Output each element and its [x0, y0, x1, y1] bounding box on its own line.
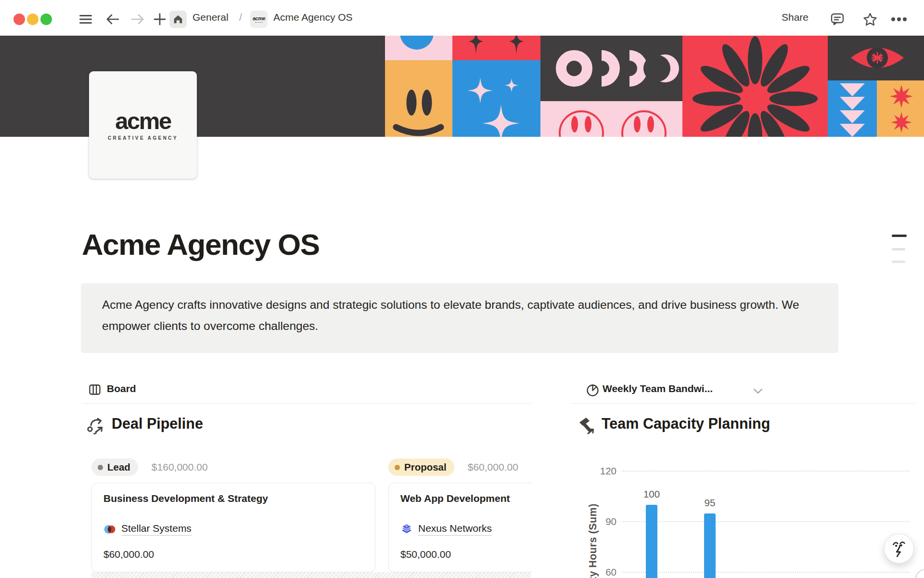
logo-subtext: CREATIVE AGENCY: [108, 135, 178, 141]
chart-bar-value-label: 95: [692, 497, 728, 509]
section-divider: [82, 403, 532, 404]
table-of-contents-indicator[interactable]: [892, 235, 911, 263]
card-amount: $60,000.00: [103, 549, 154, 560]
back-icon[interactable]: [104, 11, 121, 28]
notion-window: General / acme Acme Agency OS Share: [0, 0, 924, 578]
column-sum: $160,000.00: [152, 461, 208, 473]
card-title: Business Development & Strategy: [103, 493, 268, 504]
deal-pipeline-section: Board Deal Pipeline Lead $16: [82, 376, 532, 578]
team-capacity-heading: Team Capacity Planning: [602, 415, 770, 432]
status-dot: [395, 465, 400, 470]
breadcrumb-page[interactable]: Acme Agency OS: [273, 12, 353, 23]
chart-y-tick-label: 60: [580, 566, 616, 578]
close-window-button[interactable]: [13, 13, 25, 25]
minimize-window-button[interactable]: [27, 13, 38, 25]
status-dot: [98, 465, 103, 470]
status-badge-lead[interactable]: Lead: [91, 459, 138, 476]
breadcrumb-page-icon[interactable]: acme: [250, 11, 268, 28]
company-link[interactable]: Nexus Networks: [418, 523, 492, 536]
deal-pipeline-heading: Deal Pipeline: [112, 415, 203, 432]
page-title[interactable]: Acme Agency OS: [82, 227, 320, 262]
chart-gridline: [622, 471, 910, 472]
board-tab-label: Board: [107, 383, 136, 394]
pipeline-icon: [87, 416, 106, 436]
company-link[interactable]: Stellar Systems: [121, 523, 192, 536]
logo-text: acme: [115, 110, 170, 132]
favorite-star-icon[interactable]: [861, 11, 879, 28]
chart-gridline: [622, 521, 910, 522]
chart-tab-label: Weekly Team Bandwi...: [603, 383, 713, 394]
page-icon-logo[interactable]: acme CREATIVE AGENCY: [89, 71, 197, 179]
share-button[interactable]: Share: [782, 12, 808, 23]
breadcrumb-separator: /: [239, 12, 242, 23]
status-badge-proposal[interactable]: Proposal: [388, 459, 454, 476]
column-sum: $60,000.00: [468, 461, 518, 473]
sidebar-menu-icon[interactable]: [77, 11, 94, 28]
pie-chart-view-icon: [586, 384, 599, 397]
team-capacity-section: Weekly Team Bandwi... Team Capacity Plan…: [571, 376, 916, 578]
nexus-networks-logo-icon: [400, 523, 413, 536]
chart-y-tick-label: 90: [580, 516, 616, 527]
zoom-window-button[interactable]: [40, 13, 52, 25]
section-divider: [571, 403, 916, 404]
board-view-icon: [89, 383, 101, 396]
kanban-column-header-lead: Lead $160,000.00: [91, 459, 208, 476]
chart-y-tick-label: 120: [580, 465, 616, 477]
notion-ai-button[interactable]: [884, 534, 914, 564]
toc-dash[interactable]: [892, 261, 905, 263]
capacity-chart-plot: ty Hours (Sum) 120906010095: [571, 453, 916, 578]
chevron-down-icon[interactable]: [753, 388, 763, 394]
chart-bar[interactable]: [646, 505, 657, 578]
kanban-card-web-app-development[interactable]: Web App Development Nexus Networks $50,0…: [388, 483, 532, 572]
toc-dash[interactable]: [892, 248, 905, 250]
hammer-icon: [577, 416, 598, 437]
chart-y-axis-label: ty Hours (Sum): [587, 495, 600, 578]
card-title: Web App Development: [400, 493, 510, 504]
board-bottom-clipped-row: [91, 572, 531, 578]
stellar-systems-logo-icon: [103, 523, 116, 536]
comments-icon[interactable]: [829, 11, 846, 28]
help-button-clipped[interactable]: [915, 569, 924, 578]
card-amount: $50,000.00: [400, 549, 451, 560]
chart-bar[interactable]: [704, 513, 716, 578]
callout-text: Acme Agency crafts innovative designs an…: [102, 294, 824, 337]
titlebar: General / acme Acme Agency OS Share: [0, 0, 924, 36]
toc-dash-active[interactable]: [892, 235, 907, 237]
forward-icon[interactable]: [129, 11, 146, 28]
callout-block: Acme Agency crafts innovative designs an…: [81, 283, 838, 353]
kanban-card-business-development[interactable]: Business Development & Strategy Stellar …: [91, 483, 375, 572]
chart-bar-value-label: 100: [633, 488, 670, 500]
more-options-icon[interactable]: [890, 11, 908, 28]
chart-gridline: [622, 572, 910, 573]
kanban-column-header-proposal: Proposal $60,000.00: [388, 459, 518, 476]
home-button[interactable]: [169, 11, 187, 28]
breadcrumb-root[interactable]: General: [192, 12, 229, 23]
notion-ai-face-icon: [890, 539, 908, 558]
new-tab-plus-icon[interactable]: [151, 11, 168, 28]
